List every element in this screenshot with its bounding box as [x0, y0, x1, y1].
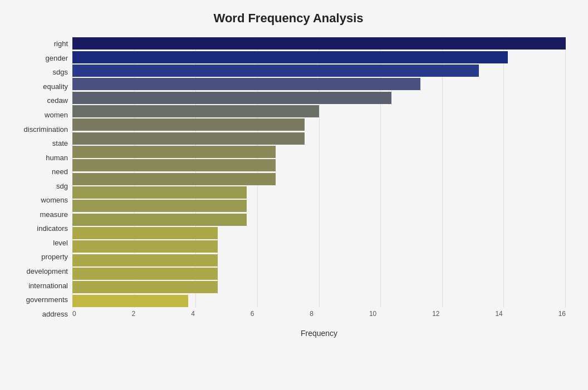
- bar-row-gender: [72, 50, 566, 63]
- y-label-property: property: [11, 250, 68, 264]
- y-label-need: need: [11, 165, 68, 179]
- y-label-development: development: [11, 264, 68, 279]
- x-axis-label: Frequency: [72, 329, 566, 338]
- bar-governments: [72, 281, 218, 293]
- bar-address: [72, 295, 188, 307]
- y-label-gender: gender: [11, 51, 68, 66]
- bar-indicators: [72, 214, 247, 226]
- bar-row-level: [72, 226, 566, 240]
- y-label-equality: equality: [11, 80, 68, 94]
- x-tick-4: 4: [191, 310, 195, 318]
- x-ticks: 0246810121416: [72, 310, 566, 318]
- bar-discrimination: [72, 119, 305, 131]
- bar-row-human: [72, 145, 566, 159]
- y-label-sdgs: sdgs: [11, 65, 68, 80]
- y-label-sdg: sdg: [11, 179, 68, 193]
- bar-property: [72, 240, 218, 253]
- y-label-state: state: [11, 136, 68, 151]
- y-label-measure: measure: [11, 208, 68, 222]
- bar-row-state: [72, 131, 566, 145]
- bars-section: [72, 37, 566, 308]
- bar-row-womens: [72, 186, 566, 199]
- bar-row-international: [72, 267, 566, 280]
- bar-row-cedaw: [72, 91, 566, 104]
- x-axis-area: 0246810121416: [72, 310, 566, 327]
- bar-row-measure: [72, 199, 566, 213]
- y-label-discrimination: discrimination: [11, 122, 68, 136]
- x-tick-12: 12: [432, 310, 439, 318]
- bar-row-sdg: [72, 172, 566, 185]
- y-label-address: address: [11, 307, 68, 321]
- bar-row-discrimination: [72, 118, 566, 131]
- y-labels: rightgendersdgsequalitycedawwomendiscrim…: [11, 37, 72, 338]
- x-tick-2: 2: [132, 310, 136, 318]
- y-label-human: human: [11, 150, 68, 165]
- bar-row-right: [72, 37, 566, 50]
- bar-row-equality: [72, 77, 566, 91]
- bar-cedaw: [72, 92, 391, 104]
- bar-row-property: [72, 240, 566, 253]
- y-label-level: level: [11, 236, 68, 250]
- y-label-right: right: [11, 37, 68, 51]
- chart-area: rightgendersdgsequalitycedawwomendiscrim…: [11, 37, 566, 338]
- chart-container: Word Frequency Analysis rightgendersdgse…: [0, 0, 588, 390]
- y-label-indicators: indicators: [11, 221, 68, 236]
- x-tick-8: 8: [310, 310, 313, 318]
- y-label-cedaw: cedaw: [11, 93, 68, 108]
- bar-row-governments: [72, 280, 566, 294]
- y-label-womens: womens: [11, 193, 68, 208]
- bar-row-address: [72, 294, 566, 308]
- bar-women: [72, 105, 319, 117]
- bar-sdg: [72, 173, 276, 185]
- x-tick-10: 10: [369, 310, 376, 318]
- bar-row-need: [72, 159, 566, 172]
- x-tick-14: 14: [495, 310, 502, 318]
- y-label-governments: governments: [11, 293, 68, 307]
- bar-development: [72, 254, 218, 266]
- bar-equality: [72, 78, 420, 90]
- bar-level: [72, 227, 218, 239]
- bar-measure: [72, 200, 247, 212]
- bar-right: [72, 37, 566, 50]
- bar-womens: [72, 186, 247, 199]
- bar-row-indicators: [72, 213, 566, 226]
- x-tick-0: 0: [72, 310, 76, 318]
- bar-need: [72, 159, 276, 171]
- bar-gender: [72, 51, 508, 63]
- bar-international: [72, 268, 218, 280]
- chart-title: Word Frequency Analysis: [11, 11, 566, 26]
- bar-row-sdgs: [72, 64, 566, 77]
- x-tick-16: 16: [558, 310, 566, 318]
- plot-area: 0246810121416 Frequency: [72, 37, 566, 338]
- y-label-women: women: [11, 108, 68, 122]
- y-label-international: international: [11, 278, 68, 293]
- bar-sdgs: [72, 65, 479, 77]
- bar-human: [72, 146, 276, 158]
- bar-row-women: [72, 105, 566, 118]
- x-tick-6: 6: [251, 310, 254, 318]
- bar-state: [72, 132, 305, 145]
- bar-row-development: [72, 254, 566, 267]
